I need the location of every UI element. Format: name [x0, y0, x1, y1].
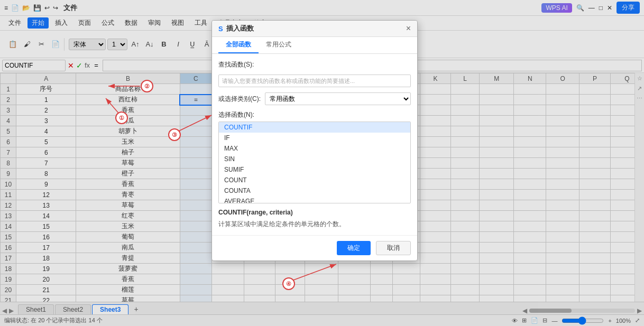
cell-col8-row20[interactable] — [370, 274, 392, 285]
menu-page[interactable]: 页面 — [74, 17, 95, 29]
cell-col12-row5[interactable] — [480, 116, 514, 126]
cell-c22[interactable] — [180, 295, 212, 302]
cell-col10-row2[interactable] — [420, 84, 451, 95]
cell-a4[interactable]: 2 — [16, 105, 76, 116]
cell-a18[interactable]: 18 — [16, 253, 76, 264]
cell-b22[interactable]: 草莓 — [76, 295, 180, 302]
sheet-tab-3[interactable]: Sheet3 — [92, 304, 128, 314]
cell-b11[interactable]: 香蕉 — [76, 179, 180, 190]
cell-a17[interactable]: 17 — [16, 243, 76, 253]
font-size-selector[interactable]: 11 — [107, 39, 127, 50]
cell-col14-row11[interactable] — [546, 179, 579, 190]
share-button[interactable]: 分享 — [617, 2, 640, 14]
new-icon[interactable]: 📄 — [11, 4, 19, 12]
sheet-tab-1[interactable]: Sheet1 — [18, 304, 54, 314]
cell-e21[interactable] — [244, 285, 275, 295]
cell-b12[interactable]: 青枣 — [76, 190, 180, 200]
cell-col10-row9[interactable] — [420, 158, 451, 169]
undo-icon[interactable]: ↩ — [44, 4, 50, 12]
cell-col14-row7[interactable] — [546, 137, 579, 147]
cell-col9-row22[interactable] — [393, 295, 420, 302]
cell-col15-row11[interactable] — [579, 179, 611, 190]
format-paste-button[interactable]: 🖌 — [21, 38, 33, 51]
cell-col13-row22[interactable] — [514, 295, 546, 302]
cell-col13-row16[interactable] — [514, 232, 546, 243]
cell-col12-row13[interactable] — [480, 200, 514, 211]
zoom-in-icon[interactable]: + — [608, 318, 611, 324]
cell-col15-row22[interactable] — [579, 295, 611, 302]
font-selector[interactable]: 宋体 — [69, 39, 106, 50]
cell-col15-row21[interactable] — [579, 285, 611, 295]
cell-c16[interactable] — [180, 232, 212, 243]
cell-col11-row8[interactable] — [451, 147, 480, 158]
name-box[interactable] — [2, 60, 66, 71]
cell-col10-row20[interactable] — [420, 274, 451, 285]
cell-col6-row21[interactable] — [305, 285, 338, 295]
cell-col12-row20[interactable] — [480, 274, 514, 285]
cancel-formula-icon[interactable]: ✕ — [68, 61, 74, 70]
cell-col10-row10[interactable] — [420, 169, 451, 179]
cell-col10-row17[interactable] — [420, 243, 451, 253]
cell-a3[interactable]: 1 — [16, 95, 76, 105]
cell-c10[interactable] — [180, 169, 212, 179]
cell-d21[interactable] — [212, 285, 244, 295]
cell-col12-row6[interactable] — [480, 126, 514, 137]
cell-c2[interactable] — [180, 84, 212, 95]
cell-col15-row4[interactable] — [579, 105, 611, 116]
view-page-icon[interactable]: 📄 — [531, 317, 538, 324]
cell-a19[interactable]: 19 — [16, 264, 76, 274]
wps-ai-button[interactable]: WPS AI — [541, 3, 572, 13]
cell-col13-row12[interactable] — [514, 190, 546, 200]
cell-col7-row19[interactable] — [338, 264, 370, 274]
cell-d19[interactable] — [212, 264, 244, 274]
cell-b20[interactable]: 香蕉 — [76, 274, 180, 285]
cell-col13-row21[interactable] — [514, 285, 546, 295]
cell-col15-row17[interactable] — [579, 243, 611, 253]
cell-c3[interactable]: = — [180, 95, 212, 105]
cell-col12-row16[interactable] — [480, 232, 514, 243]
cell-col10-row19[interactable] — [420, 264, 451, 274]
cell-col14-row20[interactable] — [546, 274, 579, 285]
cell-c21[interactable] — [180, 285, 212, 295]
cell-col11-row20[interactable] — [451, 274, 480, 285]
cell-col13-row13[interactable] — [514, 200, 546, 211]
cell-col14-row4[interactable] — [546, 105, 579, 116]
cell-e22[interactable] — [244, 295, 275, 302]
cell-a21[interactable]: 21 — [16, 285, 76, 295]
cell-col11-row17[interactable] — [451, 243, 480, 253]
cell-col13-row3[interactable] — [514, 95, 546, 105]
cell-col12-row7[interactable] — [480, 137, 514, 147]
redo-icon[interactable]: ↪ — [53, 4, 58, 12]
cell-col13-row11[interactable] — [514, 179, 546, 190]
cell-b5[interactable]: 南瓜 — [76, 116, 180, 126]
sidebar-icon-1[interactable]: ☆ — [637, 75, 642, 82]
search-input[interactable] — [218, 74, 411, 87]
dialog-close-button[interactable]: × — [406, 24, 411, 33]
cell-col12-row14[interactable] — [480, 211, 514, 221]
cell-c14[interactable] — [180, 211, 212, 221]
cell-b17[interactable]: 南瓜 — [76, 243, 180, 253]
cell-col13-row19[interactable] — [514, 264, 546, 274]
cell-b14[interactable]: 红枣 — [76, 211, 180, 221]
cell-col12-row11[interactable] — [480, 179, 514, 190]
close-window-icon[interactable]: ✕ — [607, 4, 612, 12]
sheet-tab-2[interactable]: Sheet2 — [55, 304, 91, 314]
cell-col11-row22[interactable] — [451, 295, 480, 302]
cell-col10-row16[interactable] — [420, 232, 451, 243]
save-icon[interactable]: 💾 — [33, 4, 41, 12]
cell-b3[interactable]: 西红柿 — [76, 95, 180, 105]
cell-col11-row2[interactable] — [451, 84, 480, 95]
cell-col15-row20[interactable] — [579, 274, 611, 285]
cell-col12-row9[interactable] — [480, 158, 514, 169]
cell-col5-row19[interactable] — [275, 264, 305, 274]
cell-col10-row11[interactable] — [420, 179, 451, 190]
cell-col10-row8[interactable] — [420, 147, 451, 158]
func-item-average[interactable]: AVERAGE — [219, 196, 410, 203]
dialog-tab-all-functions[interactable]: 全部函数 — [218, 37, 259, 53]
cell-col12-row12[interactable] — [480, 190, 514, 200]
cell-col7-row20[interactable] — [338, 274, 370, 285]
cell-col12-row8[interactable] — [480, 147, 514, 158]
cell-col5-row21[interactable] — [275, 285, 305, 295]
decrease-font-button[interactable]: A↓ — [143, 38, 156, 51]
cell-b6[interactable]: 胡萝卜 — [76, 126, 180, 137]
